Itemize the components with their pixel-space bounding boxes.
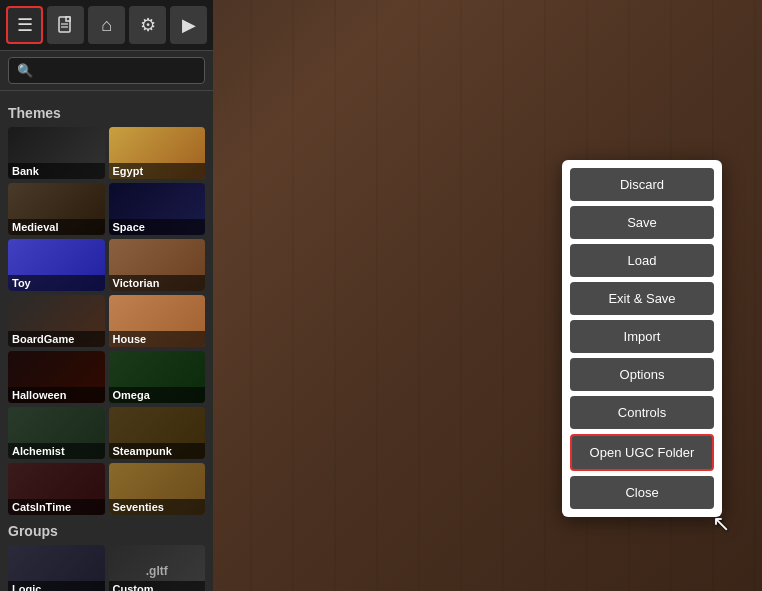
search-input[interactable] <box>8 57 205 84</box>
groups-section-title: Groups <box>8 523 205 539</box>
themes-section-title: Themes <box>8 105 205 121</box>
theme-item-halloween[interactable]: Halloween <box>8 351 105 403</box>
theme-label-boardgame: BoardGame <box>8 331 105 347</box>
theme-label-halloween: Halloween <box>8 387 105 403</box>
theme-label-alchemist: Alchemist <box>8 443 105 459</box>
theme-item-boardgame[interactable]: BoardGame <box>8 295 105 347</box>
menu-btn-load[interactable]: Load <box>570 244 714 277</box>
group-label-custom: Custom <box>109 581 206 591</box>
theme-item-seventies[interactable]: Seventies <box>109 463 206 515</box>
settings-button[interactable]: ⚙ <box>129 6 166 44</box>
menu-btn-close[interactable]: Close <box>570 476 714 509</box>
theme-label-bank: Bank <box>8 163 105 179</box>
theme-label-house: House <box>109 331 206 347</box>
theme-label-egypt: Egypt <box>109 163 206 179</box>
home-button[interactable]: ⌂ <box>88 6 125 44</box>
theme-label-steampunk: Steampunk <box>109 443 206 459</box>
theme-item-toy[interactable]: Toy <box>8 239 105 291</box>
theme-label-omega: Omega <box>109 387 206 403</box>
theme-item-egypt[interactable]: Egypt <box>109 127 206 179</box>
theme-label-seventies: Seventies <box>109 499 206 515</box>
theme-item-catsintime[interactable]: CatsInTime <box>8 463 105 515</box>
theme-item-medieval[interactable]: Medieval <box>8 183 105 235</box>
file-button[interactable] <box>47 6 84 44</box>
menu-btn-options[interactable]: Options <box>570 358 714 391</box>
menu-btn-discard[interactable]: Discard <box>570 168 714 201</box>
theme-item-space[interactable]: Space <box>109 183 206 235</box>
menu-btn-import[interactable]: Import <box>570 320 714 353</box>
left-panel: ☰ ⌂ ⚙ ▶ Themes BankEgyptMedievalSpaceToy… <box>0 0 213 591</box>
menu-btn-save[interactable]: Save <box>570 206 714 239</box>
theme-grid: BankEgyptMedievalSpaceToyVictorianBoardG… <box>8 127 205 515</box>
menu-button[interactable]: ☰ <box>6 6 43 44</box>
toolbar: ☰ ⌂ ⚙ ▶ <box>0 0 213 51</box>
theme-item-victorian[interactable]: Victorian <box>109 239 206 291</box>
play-button[interactable]: ▶ <box>170 6 207 44</box>
theme-item-omega[interactable]: Omega <box>109 351 206 403</box>
dropdown-menu: DiscardSaveLoadExit & SaveImportOptionsC… <box>562 160 722 517</box>
menu-btn-controls[interactable]: Controls <box>570 396 714 429</box>
theme-label-victorian: Victorian <box>109 275 206 291</box>
group-label-logic: Logic <box>8 581 105 591</box>
search-bar <box>0 51 213 91</box>
group-item-logic[interactable]: Logic <box>8 545 105 591</box>
menu-btn-open-ugc-folder[interactable]: Open UGC Folder <box>570 434 714 471</box>
theme-item-house[interactable]: House <box>109 295 206 347</box>
theme-label-medieval: Medieval <box>8 219 105 235</box>
theme-label-catsintime: CatsInTime <box>8 499 105 515</box>
file-icon <box>56 15 76 35</box>
group-grid: LogicCustom.gltfShapesWalls <box>8 545 205 591</box>
theme-item-steampunk[interactable]: Steampunk <box>109 407 206 459</box>
theme-item-alchemist[interactable]: Alchemist <box>8 407 105 459</box>
theme-label-toy: Toy <box>8 275 105 291</box>
menu-btn-exit-save[interactable]: Exit & Save <box>570 282 714 315</box>
theme-label-space: Space <box>109 219 206 235</box>
panel-content[interactable]: Themes BankEgyptMedievalSpaceToyVictoria… <box>0 91 213 591</box>
group-sublabel-custom: .gltf <box>146 564 168 578</box>
group-item-custom[interactable]: Custom.gltf <box>109 545 206 591</box>
theme-item-bank[interactable]: Bank <box>8 127 105 179</box>
svg-rect-1 <box>66 17 70 21</box>
